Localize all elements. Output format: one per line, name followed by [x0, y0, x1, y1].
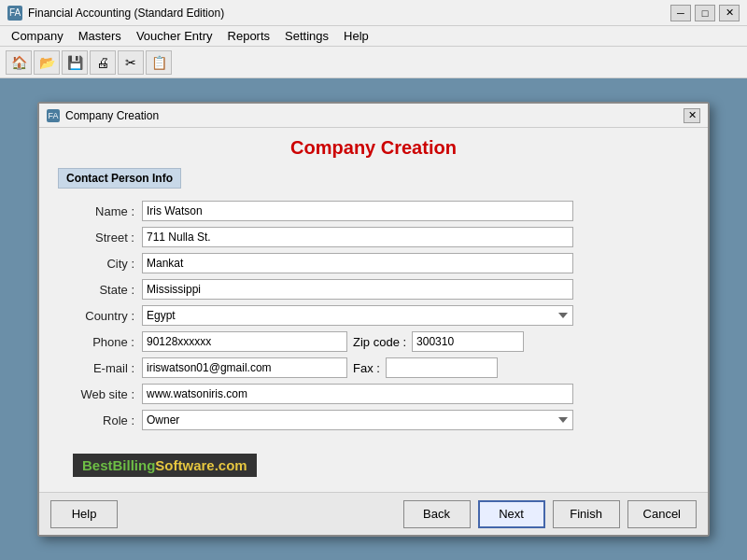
menu-bar: Company Masters Voucher Entry Reports Se… — [0, 26, 747, 47]
street-field-cell — [142, 224, 689, 250]
maximize-button[interactable]: □ — [695, 5, 715, 21]
dialog-title-text: Company Creation — [65, 109, 684, 122]
brand-suffix: Software.com — [155, 457, 247, 473]
role-label: Role : — [58, 407, 142, 433]
main-content: FA Company Creation ✕ Company Creation C… — [0, 78, 747, 560]
toolbar-cut-button[interactable]: ✂ — [118, 50, 144, 75]
name-label: Name : — [58, 198, 142, 224]
back-button[interactable]: Back — [403, 500, 471, 528]
dialog-icon: FA — [47, 109, 60, 122]
fax-label: Fax : — [353, 361, 380, 375]
state-field-cell — [142, 276, 689, 302]
section-contact-info: Contact Person Info — [58, 168, 181, 189]
website-input[interactable] — [142, 384, 573, 404]
city-input[interactable] — [142, 253, 573, 273]
city-field-cell — [142, 250, 689, 276]
state-label: State : — [58, 276, 142, 302]
field-row-role: Role : Owner Manager Staff Director — [58, 407, 689, 433]
toolbar-print-button[interactable]: 🖨 — [90, 50, 116, 75]
zip-label: Zip code : — [353, 335, 406, 349]
zip-input[interactable] — [412, 331, 524, 352]
next-button[interactable]: Next — [478, 500, 545, 528]
field-row-country: Country : Egypt USA UK India Australia — [58, 302, 689, 329]
menu-company[interactable]: Company — [4, 27, 71, 45]
street-input[interactable] — [142, 227, 573, 247]
field-row-state: State : — [58, 276, 689, 302]
phone-label: Phone : — [58, 329, 142, 355]
role-select[interactable]: Owner Manager Staff Director — [142, 410, 573, 430]
menu-help[interactable]: Help — [336, 27, 376, 45]
fax-input[interactable] — [386, 357, 498, 378]
toolbar-open-button[interactable]: 📂 — [34, 50, 60, 75]
phone-input[interactable] — [142, 331, 347, 352]
brand-text: BestBillingSoftware.com — [82, 457, 247, 473]
email-label: E-mail : — [58, 355, 142, 381]
email-fax-group: Fax : — [142, 357, 689, 378]
button-bar: Help Back Next Finish Cancel — [39, 492, 708, 535]
help-button[interactable]: Help — [50, 500, 118, 528]
phone-zip-group: Zip code : — [142, 331, 689, 352]
city-label: City : — [58, 250, 142, 276]
email-field-cell: Fax : — [142, 355, 689, 381]
app-icon: FA — [7, 6, 22, 21]
phone-field-cell: Zip code : — [142, 329, 689, 355]
brand-prefix: BestBilling — [82, 457, 155, 473]
menu-masters[interactable]: Masters — [71, 27, 129, 45]
website-label: Web site : — [58, 381, 142, 407]
btn-left-group: Help — [50, 500, 118, 528]
cancel-button[interactable]: Cancel — [627, 500, 697, 528]
dialog-title-bar: FA Company Creation ✕ — [39, 104, 708, 128]
finish-button[interactable]: Finish — [553, 500, 620, 528]
field-row-name: Name : — [58, 198, 689, 224]
dialog-close-button[interactable]: ✕ — [684, 108, 700, 123]
website-field-cell — [142, 381, 689, 407]
brand-bar: BestBillingSoftware.com — [73, 454, 257, 477]
field-row-email: E-mail : Fax : — [58, 355, 689, 381]
btn-right-group: Back Next Finish Cancel — [403, 500, 697, 528]
app-title: Financial Accounting (Standard Edition) — [28, 7, 670, 20]
close-button[interactable]: ✕ — [719, 5, 740, 21]
toolbar-home-button[interactable]: 🏠 — [6, 50, 32, 75]
street-label: Street : — [58, 224, 142, 250]
company-creation-dialog: FA Company Creation ✕ Company Creation C… — [37, 102, 710, 537]
country-select[interactable]: Egypt USA UK India Australia — [142, 305, 573, 326]
form-table: Name : Street : City : — [58, 198, 689, 433]
country-label: Country : — [58, 302, 142, 329]
menu-voucher-entry[interactable]: Voucher Entry — [129, 27, 220, 45]
field-row-city: City : — [58, 250, 689, 276]
menu-settings[interactable]: Settings — [277, 27, 336, 45]
email-input[interactable] — [142, 357, 347, 378]
brand-container: BestBillingSoftware.com — [58, 446, 689, 483]
name-field-cell — [142, 198, 689, 224]
dialog-heading: Company Creation — [58, 137, 689, 159]
toolbar: 🏠 📂 💾 🖨 ✂ 📋 — [0, 47, 747, 78]
menu-reports[interactable]: Reports — [220, 27, 278, 45]
toolbar-save-button[interactable]: 💾 — [62, 50, 88, 75]
role-field-cell: Owner Manager Staff Director — [142, 407, 689, 433]
country-field-cell: Egypt USA UK India Australia — [142, 302, 689, 329]
title-bar: FA Financial Accounting (Standard Editio… — [0, 0, 747, 26]
minimize-button[interactable]: ─ — [670, 5, 691, 21]
dialog-body: Company Creation Contact Person Info Nam… — [39, 128, 708, 492]
field-row-website: Web site : — [58, 381, 689, 407]
window-controls: ─ □ ✕ — [670, 5, 740, 21]
toolbar-paste-button[interactable]: 📋 — [146, 50, 172, 75]
name-input[interactable] — [142, 201, 573, 221]
field-row-phone: Phone : Zip code : — [58, 329, 689, 355]
state-input[interactable] — [142, 279, 573, 300]
field-row-street: Street : — [58, 224, 689, 250]
